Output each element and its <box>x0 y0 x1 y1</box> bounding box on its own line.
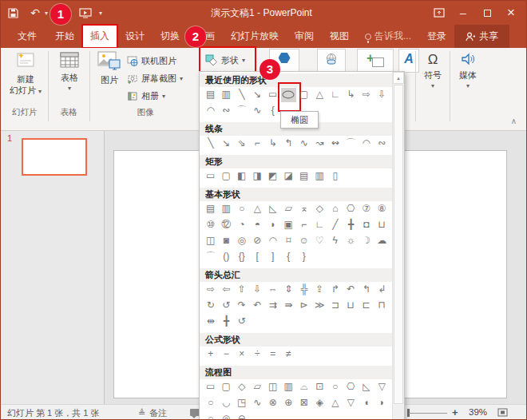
shape-block-arc[interactable]: ◠ <box>265 234 281 248</box>
shape-line-arrow[interactable]: ↘ <box>250 88 266 102</box>
save-icon[interactable] <box>6 5 20 21</box>
notes-button[interactable]: ≜ 备注 <box>138 407 167 419</box>
shape-triangle[interactable]: △ <box>250 202 266 216</box>
tab-slideshow[interactable]: 幻灯片放映 <box>223 25 287 48</box>
shape-flowchart-collate[interactable]: ⊠ <box>296 396 312 410</box>
shape-frame[interactable]: ▣ <box>281 218 297 232</box>
shape-flowchart-delay[interactable]: ◗ <box>374 396 390 410</box>
shape-striped-right-arrow[interactable]: ⇉ <box>265 299 281 313</box>
shape-cloud[interactable]: ☁ <box>374 234 390 248</box>
fit-to-window-icon[interactable] <box>497 408 508 418</box>
shape-chevron-arrow[interactable]: ≫ <box>312 299 328 313</box>
shape-line-double-arrow[interactable]: ⇘ <box>234 137 250 151</box>
shape-double-brace[interactable]: {} <box>234 250 250 264</box>
shape-heart[interactable]: ♡ <box>312 234 328 248</box>
shape-flowchart-direct-access-storage[interactable]: ◎ <box>219 412 235 420</box>
shape-flowchart-multidocument[interactable]: ⊡ <box>312 380 328 394</box>
shape-decagon[interactable]: ⑩ <box>203 218 219 232</box>
shape-flowchart-sort[interactable]: ◈ <box>312 396 328 410</box>
shape-flowchart-punched-tape[interactable]: ∿ <box>250 396 266 410</box>
shape-curve[interactable]: ∿ <box>250 104 266 118</box>
shape-pentagon-arrow[interactable]: ⊳ <box>296 299 312 313</box>
tab-review[interactable]: 审阅 <box>287 25 322 48</box>
tab-file[interactable]: 文件 <box>7 25 47 48</box>
shape-snip-same-side-corner-rectangle[interactable]: ◨ <box>250 169 266 184</box>
shape-sun[interactable]: ☼ <box>343 234 359 248</box>
shape-left-arrow-callout[interactable]: ⊏ <box>359 299 374 313</box>
shape-curved-left-arrow[interactable]: ↺ <box>219 299 235 313</box>
shape-left-arrow[interactable]: ⇦ <box>219 283 235 297</box>
shape-diagonal-stripe[interactable]: ╱ <box>327 218 343 232</box>
media-button[interactable]: 媒体 ▾ <box>454 51 482 91</box>
shape-hexagon[interactable]: ⎔ <box>343 202 359 216</box>
shape-trapezoid[interactable]: ⌅ <box>296 202 312 216</box>
shape-freeform[interactable]: ◠ <box>203 104 219 118</box>
shape-curved-up-arrow[interactable]: ↷ <box>234 299 250 313</box>
shape-flowchart-manual-operation[interactable]: ▽ <box>374 380 390 394</box>
shape-folded-corner[interactable]: ⌑ <box>281 234 297 248</box>
shape-u-turn-arrow[interactable]: ↶ <box>343 283 359 297</box>
minimize-button[interactable]: – <box>451 1 475 25</box>
add-ins-button[interactable]: + <box>357 49 394 73</box>
pictures-button[interactable]: 图片 <box>94 50 125 85</box>
shape-flowchart-stored-data[interactable]: ◖ <box>359 396 374 410</box>
shape-ellipse[interactable]: ○ <box>234 202 250 216</box>
shape-elbow-double-arrow-connector[interactable]: ↰ <box>281 137 297 151</box>
shape-quad-arrow-callout[interactable]: ╋ <box>219 315 235 329</box>
shape-cube[interactable]: ◫ <box>203 234 219 248</box>
shape-dodecagon[interactable]: ⑫ <box>219 218 235 232</box>
online-pictures-button[interactable]: 联机图片 <box>127 53 176 69</box>
zoom-in-button[interactable]: + <box>452 406 458 418</box>
shape-donut[interactable]: ◎ <box>234 234 250 248</box>
shape-double-bracket[interactable]: () <box>219 250 235 264</box>
tab-home[interactable]: 开始 <box>47 25 82 48</box>
shape-scribble[interactable]: ∾ <box>374 137 390 151</box>
shape-flowchart-internal-storage[interactable]: ▥ <box>281 380 297 394</box>
scrollbar-thumb[interactable] <box>394 85 403 404</box>
shape-left-brace[interactable]: { <box>265 104 281 118</box>
shape-elbow-connector[interactable]: ∟ <box>327 88 343 102</box>
shape-line[interactable]: ╲ <box>234 88 250 102</box>
shape-down-arrow[interactable]: ⇩ <box>250 283 266 297</box>
ribbon-display-options-icon[interactable] <box>427 1 451 25</box>
customize-qat-icon[interactable]: ▾ <box>99 10 102 17</box>
tab-transitions[interactable]: 切换 <box>153 25 188 48</box>
shape-up-down-arrow[interactable]: ⇕ <box>281 283 297 297</box>
zoom-slider-track[interactable] <box>409 413 447 414</box>
shape-l-shape[interactable]: ∟ <box>312 218 328 232</box>
shape-flowchart-connector[interactable]: ○ <box>203 396 219 410</box>
shape-down-arrow-callout[interactable]: ⊔ <box>343 299 359 313</box>
shape-no-symbol[interactable]: ⊘ <box>250 234 266 248</box>
shape-pentagon[interactable]: ⌂ <box>327 202 343 216</box>
share-button[interactable]: 共享 <box>454 25 509 48</box>
shape-round-diagonal-corner-rectangle[interactable]: ▯ <box>327 169 343 184</box>
shape-smiley-face[interactable]: ☺ <box>296 234 312 248</box>
shape-bent-up-arrow[interactable]: ↲ <box>374 283 390 297</box>
shape-circular-arrow[interactable]: ↺ <box>234 315 250 329</box>
shape-curve[interactable]: ⌒ <box>343 137 359 151</box>
shape-minus[interactable]: − <box>219 347 235 362</box>
shape-ellipse[interactable] <box>281 88 297 102</box>
shape-snip-and-round-corner-rectangle[interactable]: ◪ <box>281 169 297 184</box>
shape-heptagon[interactable]: ⑦ <box>359 202 374 216</box>
shape-chord[interactable]: ◓ <box>250 218 266 232</box>
shape-flowchart-display[interactable]: ○ <box>203 412 219 420</box>
shape-text-box[interactable]: ▤ <box>203 88 219 102</box>
symbol-button[interactable]: Ω 符号 ▾ <box>419 51 446 91</box>
shape-line-arrow[interactable]: ↘ <box>219 137 235 151</box>
shape-isoceles-triangle[interactable]: △ <box>312 88 328 102</box>
shape-moon[interactable]: ☽ <box>359 234 374 248</box>
wordart-button[interactable]: A <box>398 49 419 73</box>
shape-snip-diagonal-corner-rectangle[interactable]: ◩ <box>265 169 281 184</box>
shape-flowchart-preparation[interactable]: ⎔ <box>343 380 359 394</box>
tab-tell-me[interactable]: 告诉我... <box>357 25 419 48</box>
shape-flowchart-merge[interactable]: ▽ <box>343 396 359 410</box>
shape-pie[interactable]: ◔ <box>234 218 250 232</box>
shape-arc[interactable]: ⌒ <box>234 104 250 118</box>
scroll-up-icon[interactable]: ▲ <box>393 72 404 84</box>
shape-cross[interactable]: ╋ <box>343 218 359 232</box>
shape-left-right-arrow[interactable]: ⇔ <box>265 283 281 297</box>
shape-rounded-rectangle[interactable]: ▢ <box>296 88 312 102</box>
shape-left-bracket[interactable]: [ <box>250 250 266 264</box>
close-button[interactable]: × <box>499 1 523 25</box>
